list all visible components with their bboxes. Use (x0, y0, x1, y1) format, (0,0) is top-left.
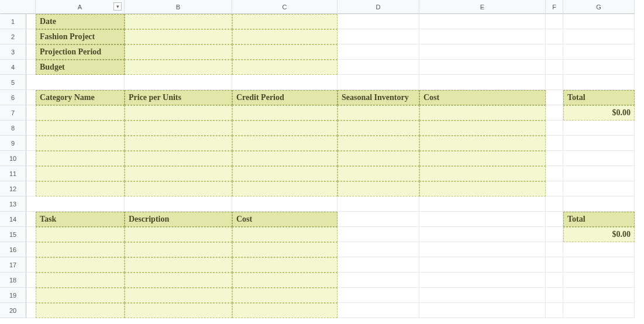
cell-G8[interactable] (563, 120, 635, 136)
cell-E3[interactable] (419, 44, 546, 60)
cell-G12[interactable] (563, 181, 635, 197)
cell-G10[interactable] (563, 151, 635, 166)
cell-D17[interactable] (338, 257, 419, 273)
cell-C12[interactable] (232, 181, 338, 197)
cell-A15[interactable] (36, 227, 125, 242)
cell-C20[interactable] (232, 303, 338, 318)
cell-G9[interactable] (563, 136, 635, 151)
cell-E8[interactable] (419, 120, 546, 136)
spreadsheet-grid[interactable]: A▾ B C D E F G 1 Date 2 Fashion Project … (0, 0, 644, 318)
filter-icon[interactable]: ▾ (113, 2, 122, 11)
cell-F7[interactable] (546, 105, 563, 120)
cell-D20[interactable] (338, 303, 419, 318)
cell-C9[interactable] (232, 136, 338, 151)
cell-D9[interactable] (338, 136, 419, 151)
cell-F16[interactable] (546, 242, 563, 257)
cell-D3[interactable] (338, 44, 419, 60)
row-head-15[interactable]: 15 (0, 227, 26, 242)
cell-A3[interactable]: Projection Period (36, 44, 125, 60)
cell-A14[interactable]: Task (36, 212, 125, 227)
cell-F9[interactable] (546, 136, 563, 151)
row-head-20[interactable]: 20 (0, 303, 26, 318)
cell-G17[interactable] (563, 257, 635, 273)
cell-B15[interactable] (125, 227, 232, 242)
cell-B4[interactable] (125, 60, 232, 75)
cell-C6[interactable]: Credit Period (232, 90, 338, 105)
cell-G14[interactable]: Total (563, 212, 635, 227)
cell-D6[interactable]: Seasonal Inventory (338, 90, 419, 105)
cell-B1[interactable] (125, 14, 232, 29)
cell-B9[interactable] (125, 136, 232, 151)
row-head-10[interactable]: 10 (0, 151, 26, 166)
row-head-12[interactable]: 12 (0, 181, 26, 197)
row-head-9[interactable]: 9 (0, 136, 26, 151)
cell-B16[interactable] (125, 242, 232, 257)
cell-D13[interactable] (338, 197, 419, 212)
cell-E19[interactable] (419, 288, 546, 303)
row-head-1[interactable]: 1 (0, 14, 26, 29)
cell-D19[interactable] (338, 288, 419, 303)
cell-B11[interactable] (125, 166, 232, 181)
cell-E15[interactable] (419, 227, 546, 242)
cell-A8[interactable] (36, 120, 125, 136)
cell-F1[interactable] (546, 14, 563, 29)
cell-C4[interactable] (232, 60, 338, 75)
cell-D14[interactable] (338, 212, 419, 227)
cell-E16[interactable] (419, 242, 546, 257)
cell-D12[interactable] (338, 181, 419, 197)
cell-B6[interactable]: Price per Units (125, 90, 232, 105)
cell-D2[interactable] (338, 29, 419, 44)
cell-B12[interactable] (125, 181, 232, 197)
cell-G11[interactable] (563, 166, 635, 181)
row-head-19[interactable]: 19 (0, 288, 26, 303)
cell-D10[interactable] (338, 151, 419, 166)
cell-A10[interactable] (36, 151, 125, 166)
cell-C8[interactable] (232, 120, 338, 136)
cell-D4[interactable] (338, 60, 419, 75)
row-head-18[interactable]: 18 (0, 273, 26, 288)
cell-B8[interactable] (125, 120, 232, 136)
cell-B19[interactable] (125, 288, 232, 303)
cell-F3[interactable] (546, 44, 563, 60)
row-head-16[interactable]: 16 (0, 242, 26, 257)
row-head-5[interactable]: 5 (0, 75, 26, 90)
col-head-G[interactable]: G (563, 0, 635, 14)
cell-E18[interactable] (419, 273, 546, 288)
cell-E11[interactable] (419, 166, 546, 181)
cell-D5[interactable] (338, 75, 419, 90)
cell-C5[interactable] (232, 75, 338, 90)
row-head-4[interactable]: 4 (0, 60, 26, 75)
cell-E12[interactable] (419, 181, 546, 197)
cell-C18[interactable] (232, 273, 338, 288)
cell-D18[interactable] (338, 273, 419, 288)
row-head-2[interactable]: 2 (0, 29, 26, 44)
cell-C13[interactable] (232, 197, 338, 212)
select-all-corner[interactable] (0, 0, 26, 14)
cell-A13[interactable] (36, 197, 125, 212)
cell-F4[interactable] (546, 60, 563, 75)
cell-C3[interactable] (232, 44, 338, 60)
cell-A11[interactable] (36, 166, 125, 181)
col-head-F[interactable]: F (546, 0, 563, 14)
cell-E1[interactable] (419, 14, 546, 29)
cell-F12[interactable] (546, 181, 563, 197)
row-head-11[interactable]: 11 (0, 166, 26, 181)
cell-F8[interactable] (546, 120, 563, 136)
cell-G18[interactable] (563, 273, 635, 288)
cell-C14[interactable]: Cost (232, 212, 338, 227)
cell-F6[interactable] (546, 90, 563, 105)
cell-F2[interactable] (546, 29, 563, 44)
row-head-3[interactable]: 3 (0, 44, 26, 60)
cell-A16[interactable] (36, 242, 125, 257)
cell-G16[interactable] (563, 242, 635, 257)
cell-F13[interactable] (546, 197, 563, 212)
col-head-A[interactable]: A▾ (36, 0, 125, 14)
cell-A12[interactable] (36, 181, 125, 197)
cell-D11[interactable] (338, 166, 419, 181)
cell-B3[interactable] (125, 44, 232, 60)
cell-F5[interactable] (546, 75, 563, 90)
cell-E4[interactable] (419, 60, 546, 75)
row-head-13[interactable]: 13 (0, 197, 26, 212)
cell-F11[interactable] (546, 166, 563, 181)
cell-G2[interactable] (563, 29, 635, 44)
